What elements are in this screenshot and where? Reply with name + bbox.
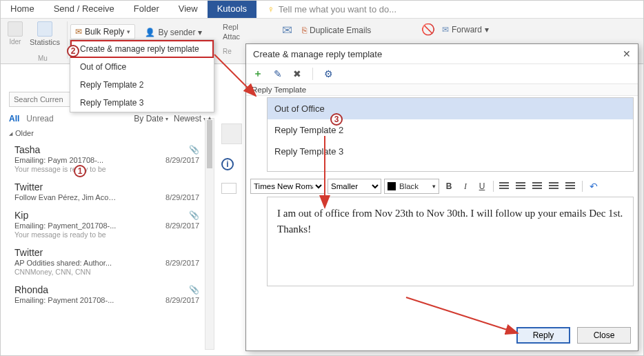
from: Twitter: [14, 247, 43, 258]
rect-icon: [221, 183, 237, 194]
date: 8/29/2017: [165, 221, 199, 230]
color-select[interactable]: Black▾: [384, 179, 439, 194]
tab-send-receive[interactable]: Send / Receive: [44, 1, 124, 18]
size-select[interactable]: Smaller: [328, 179, 381, 194]
bulk-reply-label: Bulk Reply: [85, 27, 124, 37]
forward-icon: ✉: [442, 25, 449, 34]
bulb-icon: ♀: [268, 4, 274, 14]
unknown-icon[interactable]: [8, 21, 23, 37]
edit-icon[interactable]: ✎: [274, 68, 282, 79]
duplicate-emails-button[interactable]: ⎘ Duplicate Emails: [302, 26, 371, 35]
avatar: [221, 123, 242, 144]
list-item[interactable]: TwitterFollow Evan Pérez, Jim Acos...8/2…: [9, 177, 206, 206]
subject: Emailing: Payment_201708-...: [14, 221, 118, 230]
lder-cut: lder: [10, 38, 21, 46]
tab-home[interactable]: Home: [1, 1, 44, 18]
tab-folder[interactable]: Folder: [124, 1, 169, 18]
menu-item-template-2[interactable]: Reply Template 2: [70, 76, 214, 94]
sort-newest[interactable]: Newest▾: [174, 114, 206, 123]
undo-button[interactable]: ↶: [587, 179, 601, 193]
dialog-title: Create & manage reply template: [253, 49, 382, 59]
list-item[interactable]: Rhonda📎Emailing: Payment 201708-...8/29/…: [9, 280, 206, 308]
outdent-button[interactable]: [547, 179, 561, 193]
align-left-button[interactable]: [498, 179, 512, 193]
sep: [312, 68, 313, 80]
reply-button[interactable]: Reply: [516, 327, 570, 344]
menu-item-out-of-office[interactable]: Out of Office: [70, 58, 214, 76]
ribbon-right-row: ✉ ⎘ Duplicate Emails: [282, 23, 371, 38]
duplicate-icon: ⎘: [302, 26, 307, 35]
from: Kip: [14, 210, 28, 221]
subject: Follow Evan Pérez, Jim Acos...: [14, 193, 118, 201]
close-icon[interactable]: ✕: [623, 48, 631, 59]
filter-unread[interactable]: Unread: [26, 114, 53, 123]
sep: [493, 181, 494, 192]
template-list: Out of Office Reply Template 2 Reply Tem…: [267, 97, 634, 172]
subject: AP Oddities shared: Author...: [14, 259, 118, 267]
color-swatch: [388, 182, 396, 190]
underline-button[interactable]: U: [475, 179, 489, 193]
template-body-editor[interactable]: I am out of office from Nov 23th to Nov …: [267, 197, 634, 286]
scrollbar[interactable]: ▴: [205, 118, 214, 350]
date: 8/29/2017: [165, 296, 199, 304]
date: 8/29/2017: [165, 259, 199, 267]
tab-kutools[interactable]: Kutools: [208, 1, 256, 18]
dialog-toolbar: ＋ ✎ ✖ ⚙: [246, 63, 638, 84]
preview: CNNMoney, CNN, CNN: [14, 268, 205, 276]
by-sender-button[interactable]: 👤 By sender ▾: [141, 28, 206, 37]
list-item[interactable]: TwitterAP Oddities shared: Author...8/29…: [9, 243, 206, 280]
sort-by-date[interactable]: By Date▾: [134, 114, 168, 123]
marker-2: 2: [67, 45, 79, 57]
bold-button[interactable]: B: [442, 179, 456, 193]
tab-view[interactable]: View: [169, 1, 208, 18]
block-icon[interactable]: 🚫: [421, 23, 435, 36]
dialog-titlebar: Create & manage reply template ✕: [246, 44, 638, 63]
list-item[interactable]: Tasha📎Emailing: Paym 201708-...8/29/2017…: [9, 140, 206, 177]
attachment-icon: 📎: [189, 145, 199, 155]
subject: Emailing: Paym 201708-...: [14, 156, 118, 164]
forward-button[interactable]: ✉ Forward ▾: [442, 25, 489, 34]
preview: Your message is ready to be: [14, 165, 205, 173]
from: Tasha: [14, 144, 40, 155]
search-input[interactable]: [9, 92, 72, 107]
align-right-button[interactable]: [531, 179, 545, 193]
indent-button[interactable]: [564, 179, 578, 193]
group-older[interactable]: Older: [9, 129, 206, 137]
align-center-button[interactable]: [514, 179, 528, 193]
envelope-icon: ✉: [75, 27, 82, 37]
template-item-3[interactable]: Reply Template 3: [268, 141, 633, 162]
stats-label: Statistics: [30, 38, 60, 46]
menu-item-template-3[interactable]: Reply Template 3: [70, 94, 214, 112]
italic-button[interactable]: I: [459, 179, 472, 193]
chevron-down-icon: ▾: [485, 25, 489, 34]
close-button[interactable]: Close: [577, 327, 631, 344]
scroll-thumb[interactable]: [207, 120, 212, 168]
reply-template-dialog: Create & manage reply template ✕ ＋ ✎ ✖ ⚙…: [245, 43, 638, 351]
menu-item-create-manage[interactable]: Create & manage reply template: [70, 40, 214, 58]
reading-pane-cut: i: [221, 103, 242, 351]
delete-icon[interactable]: ✖: [293, 68, 301, 79]
mail-icon[interactable]: ✉: [282, 23, 292, 38]
list-item[interactable]: Kip📎Emailing: Payment_201708-...8/29/201…: [9, 206, 206, 243]
sep: [582, 181, 583, 192]
from: Rhonda: [14, 284, 48, 295]
bulk-reply-button[interactable]: ✉ Bulk Reply ▾: [70, 24, 135, 39]
template-item-2[interactable]: Reply Template 2: [268, 119, 633, 141]
bulk-reply-menu: Create & manage reply template Out of Of…: [70, 39, 214, 112]
add-icon[interactable]: ＋: [253, 68, 263, 80]
font-select[interactable]: Times New Roman: [250, 179, 325, 194]
tell-me[interactable]: ♀ Tell me what you want to do...: [256, 1, 396, 18]
chevron-down-icon: ▾: [127, 28, 130, 35]
repl-attach-cut: Repl Attac Re: [223, 23, 240, 55]
template-item-out-of-office[interactable]: Out of Office: [268, 98, 633, 119]
marker-3: 3: [330, 113, 343, 126]
dialog-footer: Reply Close: [516, 327, 631, 344]
filter-all[interactable]: All: [9, 114, 19, 123]
info-icon: i: [221, 158, 234, 170]
gear-icon[interactable]: ⚙: [324, 68, 333, 79]
chevron-down-icon: ▾: [198, 28, 202, 37]
stats-icon[interactable]: [37, 21, 52, 37]
ribbon-right-row2: 🚫 ✉ Forward ▾: [421, 23, 489, 36]
subject: Emailing: Payment 201708-...: [14, 296, 118, 304]
tell-me-text: Tell me what you want to do...: [279, 4, 396, 14]
